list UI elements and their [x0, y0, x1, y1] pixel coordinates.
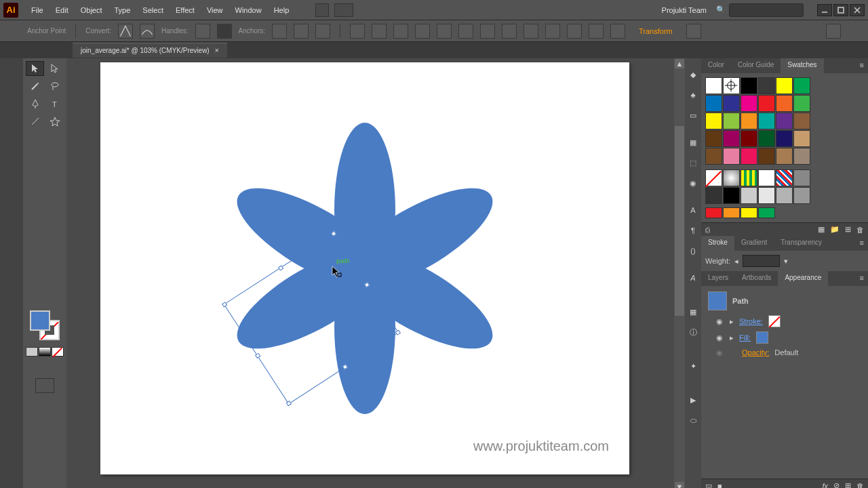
convert-smooth-button[interactable]: [140, 24, 155, 39]
dock-icon-8[interactable]: ¶: [686, 224, 700, 237]
distribute-h-button[interactable]: [502, 24, 517, 39]
appearance-opacity-row[interactable]: ◉ Opacity: Default: [704, 346, 865, 359]
dock-icon-13[interactable]: ✦: [686, 359, 700, 373]
opacity-attr-label[interactable]: Opacity:: [742, 348, 769, 357]
fill-attr-label[interactable]: Fill:: [739, 333, 751, 342]
dock-icon-4[interactable]: ▦: [686, 136, 700, 149]
swatch[interactable]: [705, 77, 722, 94]
isolate-button[interactable]: [686, 24, 701, 39]
align-to-button[interactable]: [567, 24, 582, 39]
tab-appearance[interactable]: Appearance: [778, 271, 828, 286]
panel-menu-icon[interactable]: ≡: [856, 58, 868, 73]
cut-anchor-button[interactable]: [315, 24, 330, 39]
tab-color-guide[interactable]: Color Guide: [731, 58, 781, 73]
swatch[interactable]: [776, 113, 793, 129]
visibility-toggle-stroke[interactable]: ◉: [715, 317, 724, 326]
symbol-sprayer-tool[interactable]: [26, 255, 44, 270]
swatch[interactable]: [723, 130, 740, 147]
duplicate-icon[interactable]: ⊞: [845, 481, 851, 488]
canvas[interactable]: path www.projuktiteam.com: [66, 58, 674, 488]
swatch[interactable]: [776, 148, 793, 165]
tab-transparency[interactable]: Transparency: [774, 236, 829, 251]
swatch[interactable]: [758, 113, 775, 129]
new-swatch-icon[interactable]: ⊞: [845, 225, 851, 234]
swatch[interactable]: [723, 113, 740, 129]
swatch-green-sm[interactable]: [758, 207, 775, 218]
dock-icon-7[interactable]: A: [686, 203, 700, 217]
align-right-button[interactable]: [415, 24, 430, 39]
control-menu-icon[interactable]: [826, 24, 841, 39]
swatch[interactable]: [793, 77, 810, 94]
menu-object[interactable]: Object: [75, 3, 108, 18]
clear-appearance-icon[interactable]: ⊘: [833, 481, 840, 488]
swatch[interactable]: [705, 148, 722, 165]
artboard-tool[interactable]: [26, 272, 44, 287]
dock-icon-5[interactable]: ⬚: [686, 156, 700, 169]
dock-icon-6[interactable]: ◉: [686, 176, 700, 190]
rotate-tool[interactable]: [26, 167, 44, 182]
swatch[interactable]: [723, 187, 740, 204]
dock-icon-10[interactable]: A: [686, 271, 700, 285]
free-transform-tool[interactable]: [45, 184, 64, 199]
dock-icon-3[interactable]: ▭: [686, 108, 700, 122]
swatch-options-icon[interactable]: ▦: [818, 225, 825, 234]
artboard[interactable]: path www.projuktiteam.com: [100, 62, 629, 474]
tab-color[interactable]: Color: [701, 58, 731, 73]
swatch[interactable]: [793, 113, 810, 129]
align-hcenter-button[interactable]: [393, 24, 408, 39]
direct-selection-tool[interactable]: [45, 61, 64, 76]
stroke-attr-swatch[interactable]: [768, 315, 781, 327]
convert-corner-button[interactable]: [118, 24, 133, 39]
swatch[interactable]: [758, 95, 775, 112]
pattern-swatch[interactable]: [758, 169, 775, 186]
arrange-docs-icon[interactable]: [315, 3, 329, 17]
slice-tool[interactable]: [45, 272, 64, 287]
mesh-tool[interactable]: [26, 220, 44, 235]
swatch[interactable]: [776, 187, 793, 204]
add-effect-icon[interactable]: fx: [822, 482, 828, 489]
zoom-tool[interactable]: [45, 290, 64, 305]
eyedropper-tool[interactable]: [26, 237, 44, 252]
selection-tool[interactable]: [26, 61, 44, 76]
pattern-swatch[interactable]: [741, 169, 757, 186]
screen-mode-pres[interactable]: [52, 362, 64, 373]
swatch[interactable]: [793, 148, 810, 165]
blend-tool[interactable]: [45, 237, 64, 252]
lasso-tool[interactable]: [45, 79, 64, 94]
hand-tool[interactable]: [26, 290, 44, 305]
swatch-red-sm[interactable]: [705, 207, 722, 218]
connect-anchor-button[interactable]: [294, 24, 309, 39]
swatch-yellow-sm[interactable]: [741, 207, 757, 218]
minimize-button[interactable]: [817, 4, 832, 16]
align-dropdown[interactable]: [350, 24, 365, 39]
tab-gradient[interactable]: Gradient: [734, 236, 774, 251]
swatch[interactable]: [741, 130, 757, 147]
team-label[interactable]: Projukti Team: [656, 3, 713, 18]
swatch[interactable]: [741, 113, 757, 129]
add-stroke-icon[interactable]: ▭: [705, 481, 712, 488]
swatch[interactable]: [705, 113, 722, 129]
new-group-icon[interactable]: 📁: [830, 225, 840, 234]
screen-mode-normal[interactable]: [26, 362, 37, 373]
workspace-switcher-icon[interactable]: [334, 3, 353, 17]
add-fill-icon[interactable]: ■: [717, 482, 722, 489]
vscroll-thumb[interactable]: [675, 126, 684, 316]
align-left-button[interactable]: [372, 24, 387, 39]
tab-stroke[interactable]: Stroke: [701, 236, 734, 251]
menu-effect[interactable]: Effect: [170, 3, 201, 18]
search-input[interactable]: [729, 3, 804, 17]
appearance-object-row[interactable]: Path: [704, 289, 865, 313]
delete-attr-icon[interactable]: 🗑: [856, 482, 864, 489]
tab-artboards[interactable]: Artboards: [735, 271, 778, 286]
appearance-panel-menu-icon[interactable]: ≡: [856, 271, 868, 286]
swatch[interactable]: [723, 77, 740, 94]
dock-icon-2[interactable]: ♣: [686, 88, 700, 102]
expand-stroke-icon[interactable]: ▸: [730, 317, 734, 326]
color-mode-gradient[interactable]: [39, 347, 51, 357]
tab-layers[interactable]: Layers: [701, 271, 735, 286]
swatch[interactable]: [758, 77, 775, 94]
dock-icon-9[interactable]: (): [686, 244, 700, 258]
pencil-tool[interactable]: [45, 131, 64, 146]
stroke-attr-label[interactable]: Stroke:: [739, 317, 763, 325]
weight-dropdown-icon[interactable]: ▾: [784, 257, 788, 266]
